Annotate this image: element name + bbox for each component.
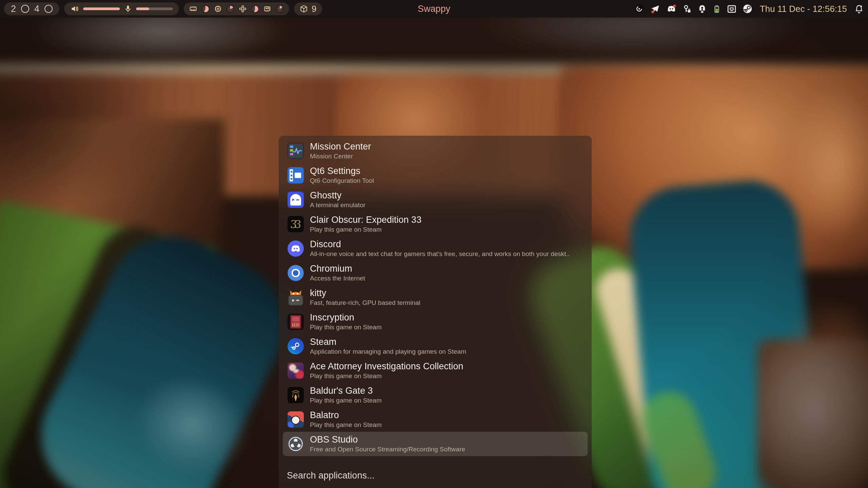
usage-pie[interactable] xyxy=(226,5,234,13)
ace-attorney-icon xyxy=(288,363,304,379)
app-description: Application for managing and playing gam… xyxy=(310,348,466,356)
app-row[interactable]: Mission Center Mission Center xyxy=(283,139,588,163)
app-row[interactable]: Qt6 Settings Qt6 Configuration Tool xyxy=(283,163,588,188)
app-name: kitty xyxy=(310,288,420,298)
app-description: Play this game on Steam xyxy=(310,372,463,380)
workspace-number[interactable]: 2 xyxy=(11,4,16,14)
discord-tray-icon[interactable] xyxy=(666,3,677,14)
app-name: Qt6 Settings xyxy=(310,165,374,176)
app-name: Chromium xyxy=(310,263,365,274)
cpu-icon[interactable] xyxy=(214,5,222,13)
keepassxc-key-icon[interactable] xyxy=(683,4,692,14)
workspace-circle-icon[interactable] xyxy=(44,5,53,13)
app-name: Balatro xyxy=(310,410,382,421)
clock[interactable]: Thu 11 Dec - 12:56:15 xyxy=(760,4,847,14)
app-description: All-in-one voice and text chat for gamer… xyxy=(310,250,570,258)
app-row[interactable]: OBS Studio Free and Open Source Streamin… xyxy=(283,432,588,456)
app-launcher-panel: Mission Center Mission Center Qt6 Settin… xyxy=(279,136,592,488)
app-description: Play this game on Steam xyxy=(310,226,422,234)
usage-pie[interactable] xyxy=(251,5,259,13)
app-description: Access the Internet xyxy=(310,274,365,283)
app-description: Mission Center xyxy=(310,152,371,161)
memory-icon[interactable] xyxy=(189,5,197,13)
usage-pie[interactable] xyxy=(202,5,209,13)
ethernet-network-icon[interactable] xyxy=(727,4,737,14)
package-box-icon xyxy=(299,4,308,13)
microphone-icon[interactable] xyxy=(124,5,132,13)
balatro-icon xyxy=(288,411,304,428)
app-description: A terminal emulator xyxy=(310,201,366,210)
app-row[interactable]: Discord All-in-one voice and text chat f… xyxy=(283,236,588,261)
updates-count: 9 xyxy=(312,4,316,14)
app-name: Baldur's Gate 3 xyxy=(310,385,382,396)
app-row[interactable]: 33 Clair Obscur: Expedition 33 Play this… xyxy=(283,212,588,236)
usage-pie[interactable] xyxy=(276,5,284,13)
app-description: Free and Open Source Streaming/Recording… xyxy=(310,445,465,454)
baldurs-gate-3-icon xyxy=(288,387,304,403)
updates-module[interactable]: 9 xyxy=(294,2,322,15)
app-description: Play this game on Steam xyxy=(310,396,382,405)
ghostty-icon xyxy=(288,192,304,208)
workspace-circle-icon[interactable] xyxy=(21,5,29,13)
inscryption-icon xyxy=(288,314,304,330)
speaker-slider[interactable] xyxy=(83,7,120,10)
gamepad-dpad-icon[interactable] xyxy=(239,5,247,13)
notification-bell-icon[interactable] xyxy=(854,4,864,14)
battery-indicator-icon[interactable] xyxy=(713,5,721,13)
app-name: OBS Studio xyxy=(310,434,465,445)
app-row[interactable]: kitty Fast, feature-rich, GPU based term… xyxy=(283,285,588,310)
mission-center-icon xyxy=(288,143,304,159)
speaker-icon[interactable] xyxy=(70,4,79,13)
telegram-tray-icon[interactable] xyxy=(650,4,660,14)
mic-slider[interactable] xyxy=(136,7,173,10)
app-row[interactable]: Ace Attorney Investigations Collection P… xyxy=(283,358,588,383)
system-stats-module xyxy=(184,2,289,15)
app-name: Discord xyxy=(310,239,570,250)
clair-obscur-icon: 33 xyxy=(288,216,304,232)
app-row[interactable]: Steam Application for managing and playi… xyxy=(283,334,588,358)
search-bar xyxy=(279,463,592,488)
steam-icon xyxy=(288,338,304,354)
app-name: Ace Attorney Investigations Collection xyxy=(310,361,463,372)
app-description: Qt6 Configuration Tool xyxy=(310,177,374,185)
app-name: Clair Obscur: Expedition 33 xyxy=(310,214,422,225)
obs-studio-icon xyxy=(288,436,304,452)
app-list: Mission Center Mission Center Qt6 Settin… xyxy=(279,136,592,456)
app-name: Ghostty xyxy=(310,190,366,201)
keyring-keyhole-icon[interactable] xyxy=(698,4,707,14)
app-name: Steam xyxy=(310,336,466,347)
app-row[interactable]: Ghostty A terminal emulator xyxy=(283,188,588,212)
steelseries-tray-icon[interactable] xyxy=(634,4,644,14)
steam-tray-icon[interactable] xyxy=(742,4,753,14)
app-row[interactable]: Inscryption Play this game on Steam xyxy=(283,310,588,334)
app-name: Mission Center xyxy=(310,141,371,152)
topbar-left-modules: 2 4 xyxy=(4,2,322,15)
top-bar: 2 4 xyxy=(0,0,868,18)
discord-icon xyxy=(288,240,304,257)
kitty-icon xyxy=(288,289,304,306)
app-description: Fast, feature-rich, GPU based terminal xyxy=(310,299,420,307)
qt6-settings-icon xyxy=(288,167,304,183)
app-row[interactable]: Chromium Access the Internet xyxy=(283,261,588,285)
workspace-number[interactable]: 4 xyxy=(34,4,39,14)
app-row[interactable]: Balatro Play this game on Steam xyxy=(283,407,588,432)
window-title: Swappy xyxy=(418,4,450,14)
app-name: Inscryption xyxy=(310,312,382,323)
app-row[interactable]: Baldur's Gate 3 Play this game on Steam xyxy=(283,383,588,407)
app-description: Play this game on Steam xyxy=(310,323,382,332)
topbar-right-modules: Thu 11 Dec - 12:56:15 xyxy=(634,3,864,14)
app-description: Play this game on Steam xyxy=(310,421,382,429)
chromium-icon xyxy=(288,265,304,281)
search-input[interactable] xyxy=(286,470,584,481)
workspaces-module[interactable]: 2 4 xyxy=(4,2,59,15)
gpu-chip-icon[interactable] xyxy=(263,5,272,13)
audio-module xyxy=(64,2,179,15)
